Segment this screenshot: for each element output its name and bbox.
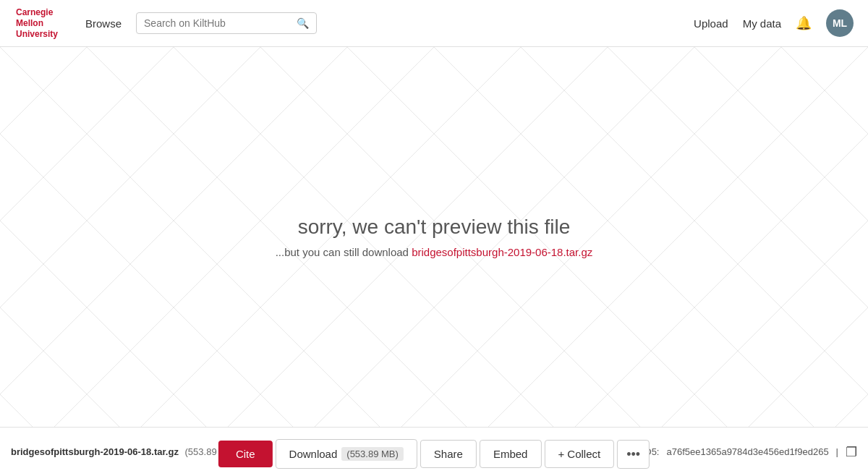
share-button[interactable]: Share <box>420 440 477 468</box>
filename: bridgesofpittsburgh-2019-06-18.tar.gz <box>11 446 179 457</box>
download-button[interactable]: Download (553.89 MB) <box>276 439 417 469</box>
svg-text:Carnegie: Carnegie <box>16 7 54 17</box>
mydata-link[interactable]: My data <box>743 17 781 30</box>
preview-sorry-text: sorry, we can't preview this file <box>276 216 593 239</box>
header-right: Upload My data 🔔 ML <box>694 9 854 37</box>
avatar[interactable]: ML <box>826 9 854 37</box>
upload-link[interactable]: Upload <box>694 17 728 30</box>
preview-area: sorry, we can't preview this file ...but… <box>0 47 868 427</box>
action-buttons: Cite Download (553.89 MB) Share Embed + … <box>218 439 650 469</box>
collect-button[interactable]: + Collect <box>544 440 614 468</box>
expand-icon[interactable]: ❐ <box>846 444 857 460</box>
notification-bell-icon[interactable]: 🔔 <box>796 15 812 31</box>
separator: | <box>836 446 838 457</box>
md5-info: MD5: a76f5ee1365a9784d3e456ed1f9ed265 | … <box>637 444 857 460</box>
browse-link[interactable]: Browse <box>85 17 122 30</box>
cite-button[interactable]: Cite <box>218 441 273 467</box>
more-button[interactable]: ••• <box>617 440 650 469</box>
embed-button[interactable]: Embed <box>480 440 542 468</box>
svg-text:Mellon: Mellon <box>16 18 43 28</box>
logo[interactable]: Carnegie Mellon University <box>14 4 64 43</box>
preview-download-link[interactable]: bridgesofpittsburgh-2019-06-18.tar.gz <box>412 246 592 258</box>
preview-message: sorry, we can't preview this file ...but… <box>276 216 593 258</box>
search-icon: 🔍 <box>297 17 309 29</box>
svg-text:University: University <box>16 29 58 39</box>
file-info: bridgesofpittsburgh-2019-06-18.tar.gz (5… <box>11 446 237 457</box>
md5-value: a76f5ee1365a9784d3e456ed1f9ed265 <box>666 446 828 457</box>
search-input[interactable] <box>144 17 293 29</box>
download-size-badge: (553.89 MB) <box>341 447 404 461</box>
search-bar[interactable]: 🔍 <box>136 12 317 34</box>
header: Carnegie Mellon University Browse 🔍 Uplo… <box>0 0 868 47</box>
preview-download-prompt: ...but you can still download bridgesofp… <box>276 246 593 258</box>
